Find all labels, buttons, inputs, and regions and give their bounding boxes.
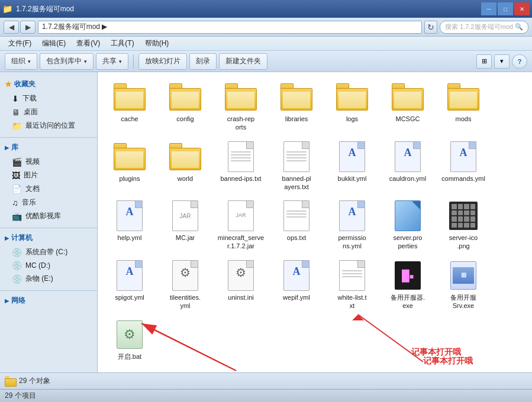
list-item[interactable]: MCSGC	[382, 78, 434, 134]
sidebar-favorites-header[interactable]: ★ 收藏夹	[0, 77, 97, 92]
list-item[interactable]: server.properties	[382, 197, 434, 253]
list-item[interactable]: banned-players.txt	[270, 138, 323, 194]
list-item[interactable]: banned-ips.txt	[215, 138, 267, 194]
download-icon: ⬇	[12, 94, 19, 103]
libraries-folder-icon	[280, 80, 313, 114]
youku-icon: 📺	[12, 212, 22, 221]
list-item[interactable]: A wepif.yml	[270, 257, 323, 313]
sidebar-item-youku[interactable]: 📺 优酷影视库	[0, 209, 97, 223]
share-button[interactable]: 共享 ▾	[96, 53, 128, 70]
backup-exe-icon: █■	[391, 259, 424, 292]
sidebar-item-video[interactable]: 🎬 视频	[0, 155, 97, 168]
cauldron-yml-icon: A	[391, 140, 424, 173]
banned-ips-icon	[224, 140, 257, 173]
list-item[interactable]: ops.txt	[270, 197, 323, 253]
sidebar-computer-label: 计算机	[11, 233, 33, 243]
list-item[interactable]: ⚙ tileentities.yml	[159, 257, 211, 313]
sidebar-item-documents[interactable]: 📄 文档	[0, 182, 97, 196]
sidebar-item-recent[interactable]: 📁 最近访问的位置	[0, 119, 97, 132]
list-item[interactable]: white-list.txt	[326, 257, 378, 313]
list-item[interactable]: plugins	[104, 138, 156, 194]
status-bar-top: 29 个对象 记事本打开哦	[0, 372, 532, 389]
world-folder-icon	[169, 140, 202, 173]
documents-icon: 📄	[12, 184, 22, 194]
nav-buttons: ◀ ▶	[4, 21, 36, 34]
list-item[interactable]: logs	[326, 78, 378, 134]
sidebar-item-drive-e[interactable]: 💿 杂物 (E:)	[0, 272, 97, 286]
sidebar-library-header[interactable]: ▶ 库	[0, 140, 97, 155]
sidebar-drive-c-label: 系统自带 (C:)	[25, 247, 67, 257]
new-folder-button[interactable]: 新建文件夹	[219, 53, 267, 70]
list-item[interactable]: JAR minecraft_server.1.7.2.jar	[215, 197, 267, 253]
spigot-yml-icon: A	[113, 259, 146, 292]
add-to-library-button[interactable]: 包含到库中 ▾	[40, 53, 93, 70]
list-item[interactable]: libraries	[270, 78, 323, 134]
music-icon: ♫	[12, 198, 18, 208]
help-button[interactable]: ?	[512, 54, 527, 69]
list-item[interactable]: crash-reports	[215, 78, 267, 134]
list-item[interactable]: A cauldron.yml	[382, 138, 434, 194]
list-item[interactable]: world	[159, 138, 211, 194]
maximize-button[interactable]: □	[498, 2, 513, 15]
back-button[interactable]: ◀	[4, 21, 19, 34]
sidebar-item-music[interactable]: ♫ 音乐	[0, 196, 97, 209]
view-button-grid[interactable]: ⊞	[476, 54, 492, 69]
list-item[interactable]: server-ico.png	[437, 197, 489, 253]
list-item[interactable]: config	[159, 78, 211, 134]
pictures-icon: 🖼	[12, 171, 20, 180]
minecraft-server-jar-icon: JAR	[224, 199, 257, 232]
bat-icon: ⚙	[113, 318, 146, 351]
list-item[interactable]: A help.yml	[104, 197, 156, 253]
slideshow-button[interactable]: 放映幻灯片	[138, 53, 187, 70]
window-title: 1.7.2服务端可mod	[16, 4, 74, 14]
menu-view[interactable]: 查看(V)	[72, 37, 105, 50]
permissions-yml-icon: A	[336, 199, 369, 232]
list-item[interactable]: cache	[104, 78, 156, 134]
wepif-yml-icon: A	[280, 259, 313, 292]
list-item[interactable]: A spigot.yml	[104, 257, 156, 313]
list-item[interactable]: A commands.yml	[437, 138, 489, 194]
sidebar-item-download[interactable]: ⬇ 下载	[0, 92, 97, 105]
sidebar-network-label: 网络	[11, 296, 25, 306]
breadcrumb-bar[interactable]: 1.7.2服务端可mod ▶	[38, 21, 422, 34]
menu-tools[interactable]: 工具(T)	[106, 37, 138, 50]
list-item[interactable]: JAR MC.jar	[159, 197, 211, 253]
burn-button[interactable]: 刻录	[189, 53, 217, 70]
sidebar-item-drive-d[interactable]: 💿 MC (D:)	[0, 259, 97, 272]
sidebar-network-header[interactable]: ▶ 网络	[0, 293, 97, 308]
menu-file[interactable]: 文件(F)	[4, 37, 36, 50]
search-bar[interactable]: 搜索 1.7.2服务端可mod 🔍	[440, 21, 528, 34]
menu-edit[interactable]: 编辑(E)	[37, 37, 70, 50]
organize-button[interactable]: 组织 ▾	[5, 53, 37, 70]
view-button-list[interactable]: ▾	[494, 54, 510, 69]
sidebar-library-section: ▶ 库 🎬 视频 🖼 图片 📄 文档 ♫ 音乐 📺 优酷影视库	[0, 140, 97, 223]
list-item[interactable]: ⚙ 开启.bat	[104, 316, 156, 363]
list-item[interactable]: ⊞ 备用开服Srv.exe	[437, 257, 489, 313]
organize-arrow: ▾	[28, 59, 31, 64]
list-item[interactable]: A permissions.yml	[326, 197, 378, 253]
white-list-icon	[336, 259, 369, 292]
status-bar-bottom: 29 个项目	[0, 389, 532, 402]
list-item[interactable]: mods	[437, 78, 489, 134]
list-item[interactable]: ⚙ uninst.ini	[215, 257, 267, 313]
sidebar-computer-header[interactable]: ▶ 计算机	[0, 231, 97, 245]
list-item[interactable]: A bukkit.yml	[326, 138, 378, 194]
refresh-button[interactable]: ↻	[424, 21, 437, 34]
help-yml-icon: A	[113, 199, 146, 232]
commands-yml-label: commands.yml	[441, 174, 485, 183]
help-yml-label: help.yml	[118, 234, 142, 242]
sidebar-item-drive-c[interactable]: 💿 系统自带 (C:)	[0, 245, 97, 259]
menu-help[interactable]: 帮助(H)	[140, 37, 174, 50]
wepif-yml-label: wepif.yml	[283, 293, 310, 302]
forward-button[interactable]: ▶	[20, 21, 36, 34]
drive-c-icon: 💿	[12, 248, 22, 257]
sidebar-item-desktop[interactable]: 🖥 桌面	[0, 105, 97, 119]
minimize-button[interactable]: ─	[481, 2, 496, 15]
tileentities-yml-icon: ⚙	[169, 259, 202, 292]
srv-exe-label: 备用开服Srv.exe	[450, 293, 476, 310]
uninst-ini-label: uninst.ini	[228, 293, 253, 302]
sidebar-item-pictures[interactable]: 🖼 图片	[0, 168, 97, 182]
close-button[interactable]: ✕	[514, 2, 530, 15]
list-item[interactable]: █■ 备用开服器.exe	[382, 257, 434, 313]
cache-label: cache	[121, 115, 138, 123]
